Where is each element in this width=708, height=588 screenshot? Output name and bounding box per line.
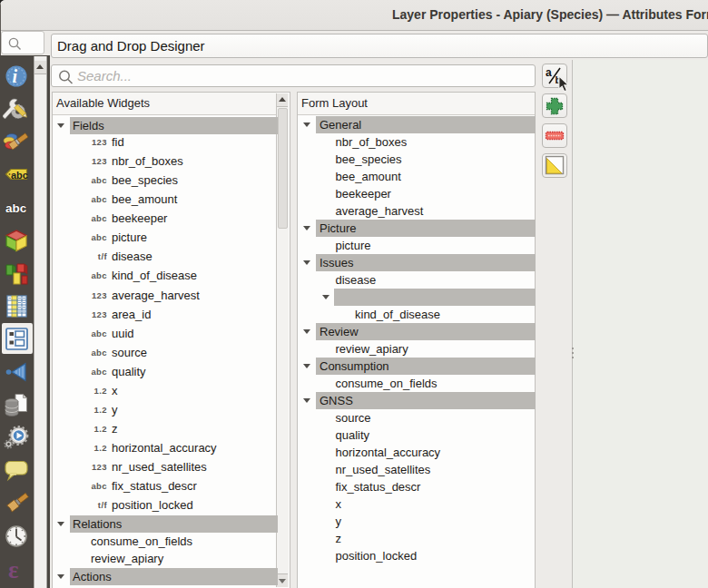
svg-text:a: a xyxy=(546,66,552,79)
